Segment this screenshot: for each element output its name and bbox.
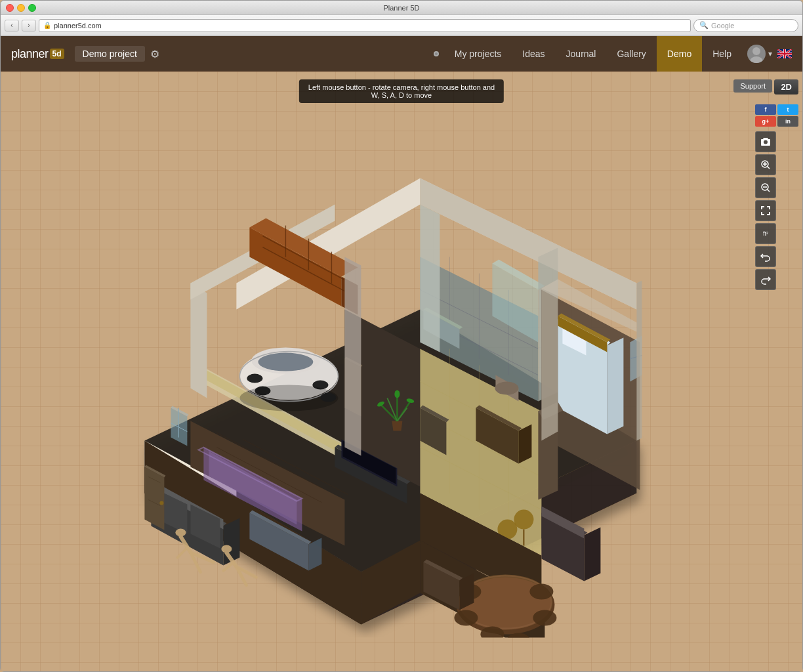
svg-point-0 bbox=[752, 47, 760, 55]
svg-marker-154 bbox=[541, 280, 558, 441]
social-row-1: f t bbox=[755, 104, 798, 115]
svg-point-33 bbox=[258, 353, 313, 371]
social-extra-button[interactable]: in bbox=[777, 116, 798, 127]
user-avatar bbox=[747, 45, 766, 63]
browser-frame: Planner 5D ‹ › 🔒 planner5d.com 🔍 Google … bbox=[0, 0, 803, 672]
svg-point-88 bbox=[514, 510, 533, 530]
forward-button[interactable]: › bbox=[22, 20, 36, 32]
close-button[interactable] bbox=[6, 4, 14, 12]
zoom-in-button[interactable] bbox=[755, 154, 776, 175]
viewport[interactable]: Left mouse button - rotate camera, right… bbox=[1, 72, 802, 671]
svg-line-113 bbox=[177, 548, 187, 558]
nav-dot bbox=[434, 51, 439, 56]
browser-dots bbox=[6, 4, 36, 12]
floorplan bbox=[85, 126, 649, 638]
svg-marker-65 bbox=[392, 421, 402, 431]
svg-marker-156 bbox=[344, 257, 361, 456]
svg-marker-145 bbox=[144, 467, 164, 530]
zoom-out-button[interactable] bbox=[755, 177, 776, 198]
fullscreen-button[interactable] bbox=[755, 200, 776, 221]
maximize-button[interactable] bbox=[28, 4, 36, 12]
svg-marker-61 bbox=[636, 281, 642, 441]
svg-marker-20 bbox=[190, 284, 207, 398]
undo-button[interactable] bbox=[755, 246, 776, 267]
user-chevron: ▾ bbox=[768, 49, 772, 58]
minimize-button[interactable] bbox=[17, 4, 25, 12]
redo-button[interactable] bbox=[755, 269, 776, 290]
social-row-2: g+ in bbox=[755, 116, 798, 127]
search-icon: 🔍 bbox=[699, 21, 709, 30]
units-button[interactable]: ft² bbox=[755, 223, 776, 244]
svg-line-162 bbox=[768, 190, 770, 192]
svg-point-131 bbox=[533, 610, 556, 626]
nav-my-projects[interactable]: My projects bbox=[444, 36, 512, 72]
twitter-button[interactable]: t bbox=[777, 104, 798, 115]
2d-button[interactable]: 2D bbox=[774, 79, 798, 94]
app-navbar: planner 5d Demo project ⚙ My projects Id… bbox=[1, 36, 802, 72]
support-button[interactable]: Support bbox=[733, 79, 772, 93]
secure-icon: 🔒 bbox=[43, 22, 51, 29]
svg-point-130 bbox=[454, 610, 478, 626]
svg-line-158 bbox=[768, 167, 770, 169]
svg-point-1 bbox=[750, 56, 763, 63]
logo-5d: 5d bbox=[50, 49, 64, 59]
svg-marker-139 bbox=[584, 528, 600, 581]
svg-marker-49 bbox=[420, 205, 440, 352]
svg-point-85 bbox=[495, 382, 518, 395]
screenshot-button[interactable] bbox=[755, 131, 776, 152]
svg-marker-83 bbox=[518, 425, 531, 464]
address-text: planner5d.com bbox=[54, 22, 102, 30]
browser-toolbar: ‹ › 🔒 planner5d.com 🔍 Google bbox=[1, 15, 802, 36]
svg-point-38 bbox=[239, 385, 338, 411]
svg-marker-54 bbox=[607, 338, 623, 434]
svg-point-149 bbox=[159, 501, 163, 505]
svg-point-73 bbox=[394, 390, 400, 398]
nav-links: My projects Ideas Journal Gallery Demo H… bbox=[444, 36, 742, 72]
search-bar[interactable]: 🔍 Google bbox=[693, 19, 798, 32]
address-bar[interactable]: 🔒 planner5d.com bbox=[39, 19, 691, 32]
logo[interactable]: planner 5d bbox=[11, 47, 64, 61]
facebook-button[interactable]: f bbox=[755, 104, 776, 115]
nav-ideas[interactable]: Ideas bbox=[512, 36, 555, 72]
browser-title: Planner 5D bbox=[383, 4, 419, 12]
camera-tooltip: Left mouse button - rotate camera, right… bbox=[299, 79, 504, 103]
search-placeholder: Google bbox=[711, 22, 734, 30]
project-name[interactable]: Demo project bbox=[75, 46, 145, 62]
nav-user[interactable]: ▾ bbox=[747, 45, 772, 63]
social-buttons: f t g+ in bbox=[755, 104, 798, 127]
nav-gallery[interactable]: Gallery bbox=[606, 36, 656, 72]
settings-icon[interactable]: ⚙ bbox=[150, 48, 159, 60]
right-toolbar: f t g+ in bbox=[755, 104, 798, 290]
logo-text: planner bbox=[11, 47, 49, 61]
back-button[interactable]: ‹ bbox=[5, 20, 19, 32]
svg-point-129 bbox=[529, 584, 553, 600]
nav-help[interactable]: Help bbox=[702, 36, 742, 72]
googleplus-button[interactable]: g+ bbox=[755, 116, 776, 127]
units-label: ft² bbox=[763, 230, 768, 237]
flag-icon[interactable] bbox=[777, 49, 792, 58]
nav-journal[interactable]: Journal bbox=[556, 36, 607, 72]
nav-demo[interactable]: Demo bbox=[657, 36, 702, 72]
svg-point-34 bbox=[247, 374, 262, 383]
browser-titlebar: Planner 5D bbox=[1, 1, 802, 15]
